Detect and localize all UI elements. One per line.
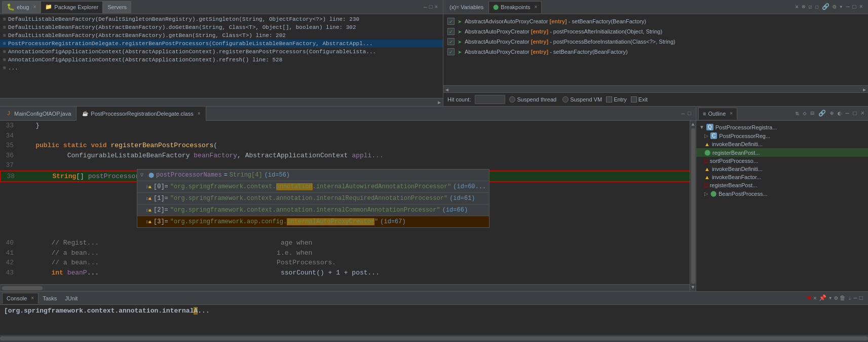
entry-checkbox[interactable]: Entry [606, 96, 627, 102]
bp-checkbox[interactable]: ✓ [447, 28, 455, 35]
console-minimize-icon[interactable]: — [854, 295, 857, 302]
console-maximize-icon[interactable]: □ [859, 295, 863, 302]
warn-triangle-icon: ▲ [704, 174, 710, 180]
popup-item-id: (id=61) [449, 194, 475, 203]
stack-item[interactable]: ≡ ... [0, 64, 443, 72]
breakpoints-tab-close[interactable]: × [534, 4, 537, 10]
console-tab[interactable]: Console × [2, 293, 39, 304]
bp-item[interactable]: ✓ ➤ AbstractAdvisorAutoProxyCreator [ent… [443, 16, 868, 26]
console-pin-icon[interactable]: 📌 [819, 294, 826, 302]
scroll-up-icon[interactable]: ▲ [691, 122, 694, 127]
popup-item-2[interactable]: ▷ ▲ [2]= "org.springframework.context.an… [137, 204, 489, 216]
bp-minimize-icon[interactable]: — [845, 3, 850, 12]
bp-settings-icon[interactable]: ⚙ [832, 2, 837, 12]
expand-arrow-icon[interactable]: ▷ [140, 207, 146, 214]
outline-item-label: invokeBeanDefiniti... [712, 141, 763, 147]
suspend-thread-radio[interactable]: Suspend thread [509, 96, 556, 102]
bp-remove-icon[interactable]: ✕ [794, 2, 800, 12]
stack-item-selected[interactable]: ≡ PostProcessorRegistrationDelegate.regi… [0, 40, 443, 48]
stack-item[interactable]: ≡ DefaultListableBeanFactory(AbstractBea… [0, 23, 443, 31]
console-remove-icon[interactable]: ✕ [813, 294, 817, 302]
maximize-icon[interactable]: □ [429, 4, 433, 10]
expand-icon[interactable]: ▽ [140, 172, 146, 179]
bp-item[interactable]: ✓ ➤ AbstractAutoProxyCreator [entry] - p… [443, 26, 868, 37]
bp-remove-all-icon[interactable]: ⊗ [801, 2, 806, 12]
outline-expand-icon[interactable]: ⊕ [828, 109, 835, 118]
outline-collapse-icon[interactable]: ⊟ [809, 109, 816, 118]
stack-item[interactable]: ≡ AnnotationConfigApplicationContext(Abs… [0, 56, 443, 64]
outline-close-icon[interactable]: × [859, 110, 866, 118]
debug-tab-close[interactable]: × [33, 4, 36, 10]
stack-item[interactable]: ≡ AnnotationConfigApplicationContext(Abs… [0, 48, 443, 56]
outline-item[interactable]: ▲ invokeBeanDefiniti... [696, 165, 868, 173]
console-stop-icon[interactable]: ■ [807, 295, 811, 302]
tasks-tab[interactable]: Tasks [39, 293, 61, 304]
bp-close-icon[interactable]: × [858, 3, 864, 12]
variables-tab[interactable]: (x)= Variables [445, 1, 487, 13]
console-settings-icon[interactable]: ⚙ [834, 294, 838, 302]
bp-checkbox[interactable]: ✓ [447, 48, 455, 55]
minimize-icon[interactable]: — [424, 4, 427, 10]
bp-down-arrow-icon[interactable]: ▾ [838, 2, 844, 12]
junit-tab[interactable]: JUnit [61, 293, 82, 304]
exit-checkbox[interactable]: Exit [631, 96, 648, 102]
scroll-down-icon[interactable]: ▼ [691, 285, 694, 290]
breakpoints-tab[interactable]: ⬤ Breakpoints × [488, 1, 542, 13]
console-down-icon[interactable]: ▾ [828, 294, 832, 302]
bp-enable-all-icon[interactable]: ☑ [807, 2, 813, 12]
expand-arrow-icon[interactable]: ▷ [140, 218, 146, 226]
editor-scrollbar[interactable]: ▲ ▼ [690, 121, 696, 291]
bp-item[interactable]: ✓ ➤ AbstractAutoProxyCreator [entry] - p… [443, 37, 868, 47]
console-scroll-track[interactable] [0, 335, 868, 342]
scroll-right-arrow-icon[interactable]: ▶ [861, 86, 868, 92]
scroll-left-arrow-icon[interactable]: ◀ [443, 86, 450, 92]
scroll-right-arrow[interactable]: ▶ [438, 99, 441, 106]
expand-arrow-icon[interactable]: ▷ [140, 183, 146, 191]
expand-arrow-icon[interactable]: ▷ [140, 195, 146, 202]
outline-link-icon[interactable]: 🔗 [817, 109, 827, 118]
editor-hscrollbar[interactable] [0, 284, 690, 291]
outline-tab-close[interactable]: × [730, 111, 733, 116]
package-explorer-tab[interactable]: 📁 Package Explorer [41, 1, 103, 13]
outline-filter-icon[interactable]: ◇ [801, 109, 808, 118]
outline-minimize-icon[interactable]: — [844, 110, 850, 118]
popup-item-3[interactable]: ▷ ▲ [3]= "org.springframework.aop.config… [137, 216, 489, 227]
bp-checkbox[interactable]: ✓ [447, 18, 455, 25]
popup-item-1[interactable]: ▷ ▲ [1]= "org.springframework.context.an… [137, 193, 489, 204]
close-stack-icon[interactable]: × [434, 4, 438, 10]
servers-tab[interactable]: Servers [103, 1, 131, 13]
outline-item[interactable]: □ registerBeanPost... [696, 181, 868, 189]
popup-item-0[interactable]: ▷ ▲ [0]= "org.springframework.context.an… [137, 181, 489, 193]
bp-maximize-icon[interactable]: □ [852, 3, 857, 12]
outline-item[interactable]: ▲ invokeBeanFactor... [696, 173, 868, 181]
console-scroll-end-icon[interactable]: ↓ [848, 295, 851, 302]
bp-item[interactable]: ✓ ➤ AbstractAutoProxyCreator [entry] - s… [443, 47, 868, 57]
stack-item[interactable]: ≡ DefaultListableBeanFactory(AbstractBea… [0, 31, 443, 40]
delegate-tab[interactable]: ☕ PostProcessorRegistrationDelegate.clas… [77, 107, 206, 121]
outline-item-root[interactable]: ▼ Q PostProcessorRegistra... [696, 123, 868, 131]
outline-item[interactable]: ▷ ⬤ BeanPostProcess... [696, 189, 868, 198]
bp-checkbox[interactable]: ✓ [447, 38, 455, 45]
outline-sort-icon[interactable]: ⇅ [794, 109, 800, 118]
console-clear-icon[interactable]: 🗑 [840, 294, 846, 302]
editor-maximize-icon[interactable]: □ [688, 111, 691, 117]
outline-tabs: ≡ Outline × [698, 108, 737, 120]
hitcount-input[interactable] [475, 95, 505, 104]
editor-minimize-icon[interactable]: — [682, 111, 685, 117]
outline-item-active[interactable]: ⬤ registerBeanPost... [696, 148, 868, 157]
delegate-tab-close[interactable]: × [198, 111, 201, 116]
bp-disable-all-icon[interactable]: ☐ [814, 2, 820, 12]
warn-triangle-icon: ▲ [704, 141, 710, 147]
outline-item[interactable]: □ sortPostProcesso... [696, 157, 868, 165]
debug-tab[interactable]: 🐛 ebug × [2, 1, 41, 13]
bp-link-icon[interactable]: 🔗 [821, 2, 831, 12]
console-tab-close[interactable]: × [31, 295, 34, 301]
outline-tab[interactable]: ≡ Outline × [698, 108, 737, 120]
outline-hide-icon[interactable]: ◐ [836, 109, 843, 118]
stack-item[interactable]: ≡ DefaultListableBeanFactory(DefaultSing… [0, 15, 443, 23]
suspend-vm-radio[interactable]: Suspend VM [562, 96, 602, 102]
outline-item[interactable]: ▲ invokeBeanDefiniti... [696, 140, 868, 148]
outline-item[interactable]: ▷ C PostProcessorReg... [696, 131, 868, 140]
main-config-tab[interactable]: J MainConfigOfAOP.java [0, 107, 77, 121]
outline-maximize-icon[interactable]: □ [852, 110, 858, 118]
